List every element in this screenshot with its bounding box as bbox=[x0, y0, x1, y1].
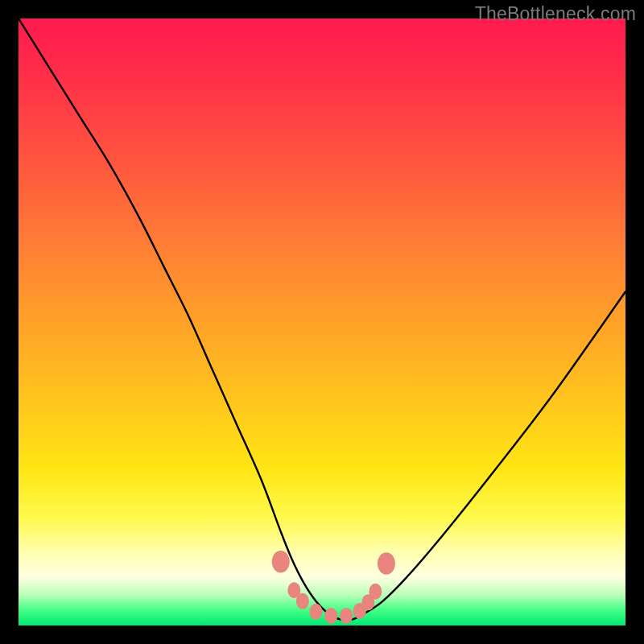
curve-marker bbox=[296, 593, 309, 609]
curve-line-group bbox=[19, 19, 625, 620]
curve-markers-group bbox=[272, 551, 395, 624]
plot-area bbox=[19, 19, 625, 625]
chart-frame: TheBottleneck.com bbox=[0, 0, 644, 644]
bottleneck-curve-line bbox=[19, 19, 625, 620]
watermark-text: TheBottleneck.com bbox=[475, 3, 636, 25]
bottleneck-curve-svg bbox=[19, 19, 625, 625]
curve-marker bbox=[378, 552, 395, 575]
curve-marker bbox=[324, 608, 337, 624]
curve-marker bbox=[309, 604, 322, 620]
curve-marker bbox=[369, 584, 382, 600]
curve-marker bbox=[272, 551, 290, 573]
curve-marker bbox=[340, 608, 353, 624]
